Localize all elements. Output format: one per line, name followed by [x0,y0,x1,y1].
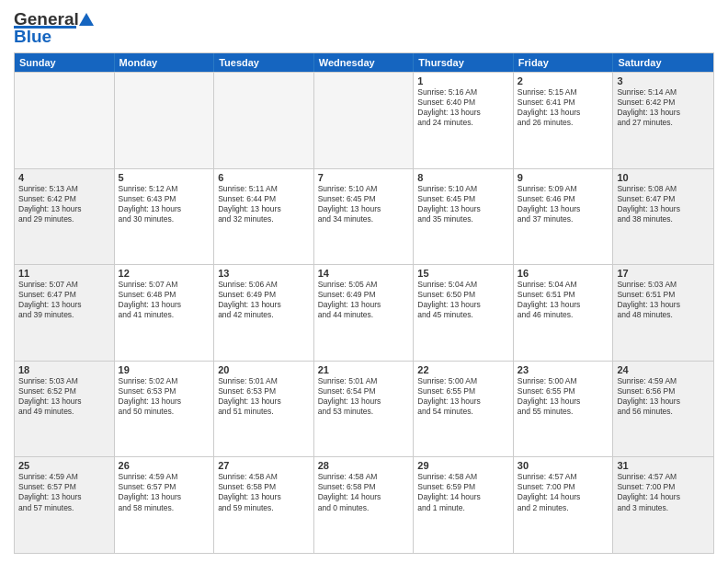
day-number: 6 [218,172,310,183]
cell-text: Sunrise: 5:16 AM [417,87,509,98]
calendar-cell-12: 12Sunrise: 5:07 AMSunset: 6:48 PMDayligh… [115,265,215,361]
cell-text: Daylight: 13 hours [318,300,410,310]
day-number: 14 [318,268,410,279]
cell-text: Sunset: 6:53 PM [218,386,310,396]
cell-text: Sunrise: 4:58 AM [417,472,509,482]
day-number: 28 [318,460,410,471]
cell-text: and 59 minutes. [218,503,310,513]
cell-text: Sunrise: 5:10 AM [318,184,410,194]
cell-text: and 41 minutes. [119,310,210,320]
cell-text: and 38 minutes. [617,214,710,224]
calendar-row-5: 25Sunrise: 4:59 AMSunset: 6:57 PMDayligh… [15,456,713,553]
cell-text: and 48 minutes. [617,310,710,320]
day-number: 30 [518,460,609,471]
calendar-cell-empty-0-2 [214,73,314,168]
cell-text: Sunrise: 4:59 AM [119,472,210,482]
cell-text: Sunrise: 5:09 AM [518,184,609,194]
day-number: 24 [617,364,710,375]
cell-text: Sunset: 7:00 PM [518,482,609,492]
cell-text: Sunrise: 5:13 AM [18,184,110,194]
cell-text: Daylight: 13 hours [518,204,609,214]
calendar-cell-16: 16Sunrise: 5:04 AMSunset: 6:51 PMDayligh… [514,265,614,361]
cell-text: Sunset: 6:51 PM [518,290,609,300]
cell-text: Sunset: 6:42 PM [617,98,710,108]
day-number: 23 [518,364,609,375]
cell-text: Daylight: 13 hours [518,300,609,310]
cell-text: Daylight: 14 hours [417,492,509,502]
cell-text: Sunrise: 5:03 AM [18,376,110,386]
cell-text: Sunset: 6:57 PM [18,482,110,492]
cell-text: Daylight: 13 hours [218,396,310,407]
calendar-cell-empty-0-1 [115,73,215,168]
day-number: 10 [617,172,710,183]
cell-text: Daylight: 13 hours [518,108,609,118]
cell-text: and 1 minute. [417,503,509,513]
cell-text: and 56 minutes. [617,407,710,417]
cell-text: Sunrise: 5:01 AM [318,376,410,386]
cell-text: Daylight: 13 hours [617,204,710,214]
cell-text: Sunset: 6:49 PM [318,290,410,300]
calendar-header: SundayMondayTuesdayWednesdayThursdayFrid… [15,53,713,72]
cell-text: and 32 minutes. [218,214,310,224]
calendar-cell-15: 15Sunrise: 5:04 AMSunset: 6:50 PMDayligh… [414,265,514,361]
cell-text: Sunrise: 5:12 AM [119,184,210,194]
cell-text: and 45 minutes. [417,310,509,320]
cell-text: and 29 minutes. [18,214,110,224]
calendar-cell-11: 11Sunrise: 5:07 AMSunset: 6:47 PMDayligh… [15,265,115,361]
cell-text: Daylight: 14 hours [617,492,710,502]
day-number: 20 [218,364,310,375]
cell-text: and 3 minutes. [617,503,710,513]
cell-text: and 49 minutes. [18,407,110,417]
cell-text: Sunset: 6:58 PM [318,482,410,492]
cell-text: Sunset: 6:48 PM [119,290,210,300]
calendar-cell-25: 25Sunrise: 4:59 AMSunset: 6:57 PMDayligh… [15,457,115,553]
day-number: 15 [417,268,509,279]
cell-text: Daylight: 13 hours [119,492,210,502]
calendar-cell-10: 10Sunrise: 5:08 AMSunset: 6:47 PMDayligh… [613,169,713,265]
cell-text: Daylight: 13 hours [417,300,509,310]
day-number: 16 [518,268,609,279]
cell-text: Daylight: 13 hours [119,396,210,407]
calendar-cell-14: 14Sunrise: 5:05 AMSunset: 6:49 PMDayligh… [314,265,415,361]
day-number: 3 [617,75,710,86]
calendar-cell-23: 23Sunrise: 5:00 AMSunset: 6:55 PMDayligh… [514,362,614,457]
calendar-row-1: 1Sunrise: 5:16 AMSunset: 6:40 PMDaylight… [15,72,713,168]
cell-text: and 55 minutes. [518,407,609,417]
day-number: 29 [417,460,509,471]
day-number: 31 [617,460,710,471]
logo-arrow-icon [79,11,96,28]
cell-text: and 53 minutes. [318,407,410,417]
calendar-cell-26: 26Sunrise: 4:59 AMSunset: 6:57 PMDayligh… [115,457,215,553]
cell-text: Sunset: 7:00 PM [617,482,710,492]
cell-text: Sunrise: 5:15 AM [518,87,609,98]
calendar-cell-28: 28Sunrise: 4:58 AMSunset: 6:58 PMDayligh… [314,457,415,553]
cell-text: and 46 minutes. [518,310,609,320]
cell-text: Sunrise: 5:07 AM [18,280,110,290]
header-day-saturday: Saturday [613,53,713,72]
header-day-friday: Friday [514,53,614,72]
logo-blue: Blue [14,27,51,47]
header-day-sunday: Sunday [15,53,115,72]
day-number: 21 [318,364,410,375]
calendar-cell-8: 8Sunrise: 5:10 AMSunset: 6:45 PMDaylight… [414,169,514,265]
cell-text: Sunset: 6:40 PM [417,98,509,108]
cell-text: Sunset: 6:53 PM [119,386,210,396]
cell-text: Daylight: 13 hours [318,396,410,407]
day-number: 26 [119,460,210,471]
day-number: 18 [18,364,110,375]
cell-text: Daylight: 13 hours [18,492,110,502]
cell-text: Sunset: 6:47 PM [18,290,110,300]
cell-text: and 0 minutes. [318,503,410,513]
cell-text: Sunset: 6:59 PM [417,482,509,492]
cell-text: Sunset: 6:43 PM [119,194,210,204]
header: General Blue [14,9,714,47]
cell-text: and 58 minutes. [119,503,210,513]
calendar-cell-29: 29Sunrise: 4:58 AMSunset: 6:59 PMDayligh… [414,457,514,553]
day-number: 17 [617,268,710,279]
day-number: 5 [119,172,210,183]
cell-text: Sunrise: 5:04 AM [518,280,609,290]
cell-text: Sunset: 6:42 PM [18,194,110,204]
day-number: 9 [518,172,609,183]
cell-text: Sunset: 6:44 PM [218,194,310,204]
day-number: 2 [518,75,609,86]
